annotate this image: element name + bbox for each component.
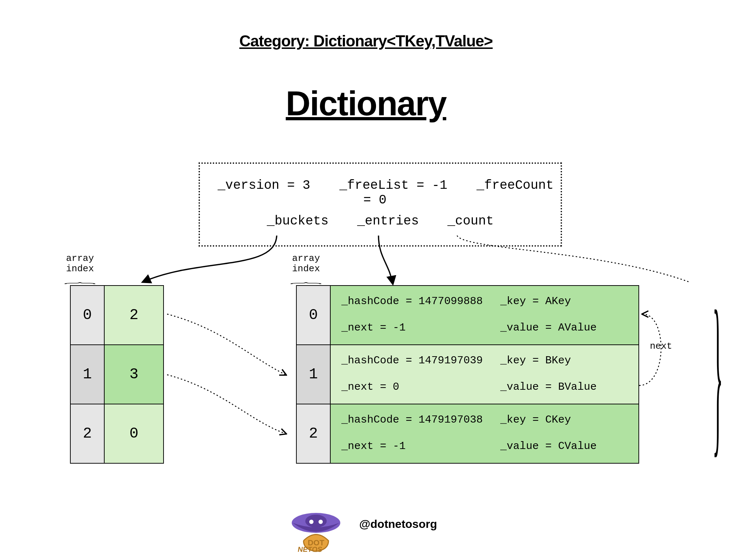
entry-value: _value = AValue (500, 322, 597, 334)
entry-value: _value = BValue (500, 381, 597, 393)
entries-table: 0 _hashCode = 1477099888 _next = -1 _key… (296, 286, 639, 463)
buckets-row: 1 3 (70, 345, 164, 404)
entries-row: 0 _hashCode = 1477099888 _next = -1 _key… (296, 286, 639, 345)
buckets-array-index-label: array index (66, 253, 94, 274)
entries-body-cell: _hashCode = 1477099888 _next = -1 _key =… (330, 285, 639, 345)
entry-key: _key = CKey (500, 414, 571, 426)
dictionary-internals-box: _version = 3 _freeList = -1 _freeCount =… (199, 162, 562, 247)
entry-key: _key = AKey (500, 295, 571, 307)
buckets-value-cell: 3 (104, 344, 164, 404)
footer-handle: @dotnetosorg (32, 518, 732, 531)
buckets-row: 0 2 (70, 286, 164, 345)
entries-body-cell: _hashCode = 1479197038 _next = -1 _key =… (330, 404, 639, 464)
field-freelist: _freeList = -1 (339, 178, 447, 193)
entries-row: 2 _hashCode = 1479197038 _next = -1 _key… (296, 404, 639, 463)
entry-next: _next = -1 (341, 440, 406, 452)
field-count: _count (447, 214, 494, 228)
buckets-row: 2 0 (70, 404, 164, 463)
field-version: _version = 3 (218, 178, 310, 193)
entry-value: _value = CValue (500, 440, 597, 452)
next-arrow-label: next (650, 341, 672, 352)
buckets-index-cell: 0 (70, 285, 105, 345)
field-buckets: _buckets (267, 214, 329, 228)
entries-index-cell: 1 (296, 344, 331, 404)
entries-index-cell: 0 (296, 285, 331, 345)
entry-key: _key = BKey (500, 354, 571, 367)
entry-next: _next = -1 (341, 322, 406, 334)
entries-index-cell: 2 (296, 404, 331, 464)
buckets-value-cell: 0 (104, 404, 164, 464)
entry-hashcode: _hashCode = 1477099888 (341, 295, 483, 307)
entries-body-cell: _hashCode = 1479197039 _next = 0 _key = … (330, 344, 639, 404)
page-title: Dictionary (0, 84, 732, 123)
entry-hashcode: _hashCode = 1479197039 (341, 354, 483, 367)
buckets-table: 0 2 1 3 2 0 (70, 286, 164, 463)
category-heading: Category: Dictionary<TKey,TValue> (0, 32, 732, 50)
buckets-index-cell: 1 (70, 344, 105, 404)
entry-hashcode: _hashCode = 1479197038 (341, 414, 483, 426)
entry-next: _next = 0 (341, 381, 399, 393)
field-entries: _entries (357, 214, 419, 228)
count-brace: } (713, 275, 723, 471)
entries-row: 1 _hashCode = 1479197039 _next = 0 _key … (296, 345, 639, 404)
buckets-index-cell: 2 (70, 404, 105, 464)
entries-array-index-label: array index (292, 253, 320, 274)
svg-text:NETOS: NETOS (297, 545, 323, 553)
buckets-value-cell: 2 (104, 285, 164, 345)
